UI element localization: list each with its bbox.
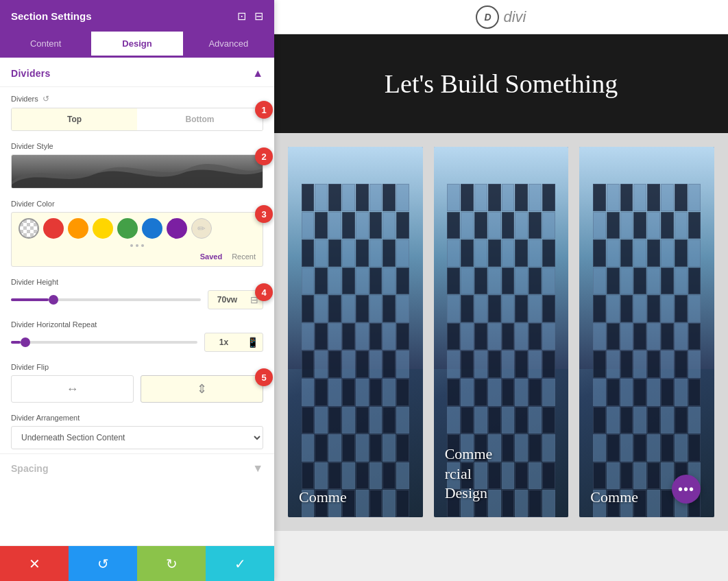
bc [302,407,315,434]
bc [396,407,409,434]
color-swatch-yellow[interactable] [93,218,113,239]
bc [607,295,620,322]
bc [342,295,355,322]
reset-button[interactable]: ↺ [69,546,137,581]
bc [461,212,474,239]
bc [661,268,674,295]
columns-icon[interactable]: ⊟ [254,10,263,23]
bc [607,434,620,462]
bc [647,407,660,434]
collapse-icon[interactable]: ▲ [252,67,263,80]
bc [447,295,460,322]
divider-arrangement-select[interactable]: Underneath Section Content Above Section… [11,426,263,449]
divider-height-input[interactable] [208,291,246,309]
color-tab-recent[interactable]: Recent [232,252,256,261]
bc [647,184,660,211]
bc [688,379,701,406]
divider-height-track[interactable] [11,298,201,301]
bc [661,407,674,434]
divider-repeat-track[interactable] [11,341,197,344]
tab-content[interactable]: Content [0,32,91,58]
flip-vertical-button[interactable]: ⇕ [141,375,263,403]
bc [515,184,528,211]
bc [542,379,555,406]
bc [302,434,315,462]
bc [383,407,396,434]
bc [593,462,606,490]
bc [593,323,606,351]
bc [474,351,487,378]
bc [356,323,369,351]
spacing-header[interactable]: Spacing ▼ [11,462,263,475]
dividers-reset-icon[interactable]: ↺ [43,94,49,104]
bc [488,323,501,351]
divider-repeat-input[interactable] [205,333,243,351]
bc [620,407,633,434]
color-swatch-green[interactable] [117,218,138,239]
color-swatch-orange[interactable] [68,218,88,239]
top-button[interactable]: Top [12,108,137,130]
color-swatch-blue[interactable] [142,218,162,239]
bc [647,434,660,462]
bc [383,379,396,406]
divider-color-field: Divider Color ✏ [0,193,274,271]
bc [502,184,515,211]
bc [529,268,542,295]
bc [342,434,355,462]
bc [607,323,620,351]
bc [356,295,369,322]
bc [328,268,341,295]
color-swatch-purple[interactable] [167,218,187,239]
bc [542,239,555,267]
divider-repeat-label: Divider Horizontal Repeat [11,320,263,329]
bc [488,268,501,295]
bc [461,323,474,351]
bottom-button[interactable]: Bottom [137,108,263,130]
bc [396,212,409,239]
color-tab-saved[interactable]: Saved [200,252,222,261]
divider-flip-label: Divider Flip [11,363,263,371]
bc [515,379,528,406]
bc [661,295,674,322]
color-swatch-red[interactable] [43,218,64,239]
divider-repeat-unit-icon[interactable]: 📱 [243,334,263,351]
bc [502,239,515,267]
bc [515,212,528,239]
bc [396,351,409,378]
tab-design[interactable]: Design [91,32,182,58]
spacing-expand-icon[interactable]: ▼ [252,462,263,475]
cancel-button[interactable]: ✕ [0,546,69,581]
bc [396,295,409,322]
bc [488,295,501,322]
bc [369,212,383,239]
divider-style-preview[interactable] [11,154,263,189]
bc [593,268,606,295]
bc [542,407,555,434]
bc [302,323,315,351]
divider-height-thumb[interactable] [49,295,58,305]
badge-4: 4 [255,283,273,301]
bc [356,184,369,211]
bc [647,462,660,490]
bc [383,184,396,211]
save-button[interactable]: ✓ [206,546,274,581]
color-swatch-transparent[interactable] [19,218,39,239]
bc [502,295,515,322]
color-picker-icon[interactable]: ✏ [191,218,212,239]
expand-icon[interactable]: ⊡ [237,10,246,23]
bc [356,212,369,239]
dots-menu-button[interactable]: ••• [672,475,701,503]
bc [647,239,660,267]
bc [529,351,542,378]
bc [315,323,328,351]
bc [461,184,474,211]
bc [315,462,328,490]
bc [607,351,620,378]
flip-horizontal-button[interactable]: ↔ [11,375,134,403]
bc [688,212,701,239]
tab-advanced[interactable]: Advanced [183,32,274,58]
divider-repeat-thumb[interactable] [21,337,30,347]
bc [502,407,515,434]
bc [328,184,341,211]
redo-button[interactable]: ↻ [137,546,206,581]
